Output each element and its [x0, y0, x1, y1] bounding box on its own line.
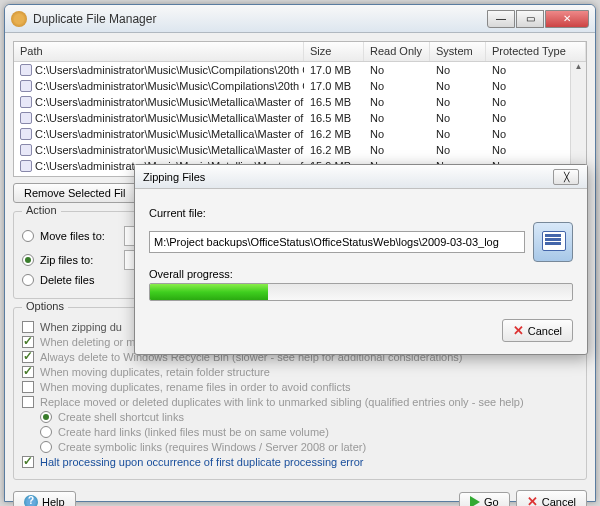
- col-size[interactable]: Size: [304, 42, 364, 61]
- opt-sym-radio[interactable]: [40, 441, 52, 453]
- opt-shell-label: Create shell shortcut links: [58, 411, 184, 423]
- table-row[interactable]: C:\Users\administrator\Music\Music\Compi…: [14, 62, 586, 78]
- cell-path: C:\Users\administrator\Music\Music\Metal…: [35, 128, 304, 140]
- progress-bar: [149, 283, 573, 301]
- opt-hard-label: Create hard links (linked files must be …: [58, 426, 329, 438]
- maximize-button[interactable]: ▭: [516, 10, 544, 28]
- cell-size: 16.5 MB: [304, 111, 364, 125]
- file-icon: [20, 112, 32, 124]
- close-icon: ✕: [513, 323, 524, 338]
- zipping-dialog: Zipping Files ╳ Current file: Overall pr…: [134, 164, 588, 355]
- help-button[interactable]: Help: [13, 491, 76, 507]
- play-icon: [470, 496, 480, 507]
- cancel-label: Cancel: [542, 496, 576, 507]
- table-row[interactable]: C:\Users\administrator\Music\Music\Metal…: [14, 142, 586, 158]
- dialog-cancel-button[interactable]: ✕Cancel: [502, 319, 573, 342]
- opt-recycle-check[interactable]: [22, 351, 34, 363]
- table-row[interactable]: C:\Users\administrator\Music\Music\Metal…: [14, 94, 586, 110]
- dialog-cancel-label: Cancel: [528, 325, 562, 337]
- opt-sym-label: Create symbolic links (requires Windows …: [58, 441, 366, 453]
- cell-readonly: No: [364, 143, 430, 157]
- window-title: Duplicate File Manager: [33, 12, 487, 26]
- cell-path: C:\Users\administrator\Music\Music\Metal…: [35, 96, 304, 108]
- vertical-scrollbar[interactable]: [570, 62, 586, 176]
- zip-document-icon: [533, 222, 573, 262]
- dialog-close-button[interactable]: ╳: [553, 169, 579, 185]
- cell-size: 16.2 MB: [304, 143, 364, 157]
- cell-size: 16.2 MB: [304, 127, 364, 141]
- opt-replace-label: Replace moved or deleted duplicates with…: [40, 396, 524, 408]
- options-title: Options: [22, 300, 68, 312]
- cell-system: No: [430, 95, 486, 109]
- go-label: Go: [484, 496, 499, 507]
- opt-halt-label: Halt processing upon occurrence of first…: [40, 456, 363, 468]
- zip-radio[interactable]: [22, 254, 34, 266]
- cell-readonly: No: [364, 127, 430, 141]
- file-icon: [20, 80, 32, 92]
- cell-system: No: [430, 79, 486, 93]
- file-icon: [20, 128, 32, 140]
- cell-path: C:\Users\administrator\Music\Music\Metal…: [35, 112, 304, 124]
- dialog-title: Zipping Files: [143, 171, 553, 183]
- cell-readonly: No: [364, 111, 430, 125]
- col-path[interactable]: Path: [14, 42, 304, 61]
- cell-path: C:\Users\administrator\Music\Music\Compi…: [35, 80, 304, 92]
- col-protected[interactable]: Protected Type: [486, 42, 586, 61]
- cell-size: 17.0 MB: [304, 79, 364, 93]
- action-title: Action: [22, 204, 61, 216]
- close-icon: ✕: [527, 494, 538, 506]
- opt-shell-radio[interactable]: [40, 411, 52, 423]
- titlebar[interactable]: Duplicate File Manager — ▭ ✕: [5, 5, 595, 33]
- opt-rename-label: When moving duplicates, rename files in …: [40, 381, 351, 393]
- file-table: Path Size Read Only System Protected Typ…: [13, 41, 587, 177]
- window-controls: — ▭ ✕: [487, 10, 589, 28]
- progress-label: Overall progress:: [149, 268, 573, 280]
- close-button[interactable]: ✕: [545, 10, 589, 28]
- table-row[interactable]: C:\Users\administrator\Music\Music\Metal…: [14, 126, 586, 142]
- zip-label: Zip files to:: [40, 254, 118, 266]
- current-file-label: Current file:: [149, 207, 573, 219]
- help-icon: [24, 495, 38, 507]
- app-icon: [11, 11, 27, 27]
- dialog-footer: ✕Cancel: [135, 319, 587, 354]
- cancel-button[interactable]: ✕Cancel: [516, 490, 587, 506]
- cell-readonly: No: [364, 63, 430, 77]
- cell-size: 16.5 MB: [304, 95, 364, 109]
- cell-readonly: No: [364, 95, 430, 109]
- table-body: C:\Users\administrator\Music\Music\Compi…: [14, 62, 586, 176]
- table-row[interactable]: C:\Users\administrator\Music\Music\Metal…: [14, 110, 586, 126]
- cell-readonly: No: [364, 79, 430, 93]
- cell-path: C:\Users\administrator\Music\Music\Compi…: [35, 64, 304, 76]
- move-radio[interactable]: [22, 230, 34, 242]
- current-file-field[interactable]: [149, 231, 525, 253]
- opt-retain-check[interactable]: [22, 366, 34, 378]
- file-icon: [20, 144, 32, 156]
- file-icon: [20, 64, 32, 76]
- col-readonly[interactable]: Read Only: [364, 42, 430, 61]
- file-icon: [20, 96, 32, 108]
- opt-rename-check[interactable]: [22, 381, 34, 393]
- opt-zip-check[interactable]: [22, 321, 34, 333]
- dialog-body: Current file: Overall progress:: [135, 189, 587, 319]
- go-button[interactable]: Go: [459, 492, 510, 507]
- cell-system: No: [430, 127, 486, 141]
- minimize-button[interactable]: —: [487, 10, 515, 28]
- dialog-titlebar[interactable]: Zipping Files ╳: [135, 165, 587, 189]
- remove-selected-button[interactable]: Remove Selected Fil: [13, 183, 137, 203]
- col-system[interactable]: System: [430, 42, 486, 61]
- move-label: Move files to:: [40, 230, 118, 242]
- file-icon: [20, 160, 32, 172]
- table-row[interactable]: C:\Users\administrator\Music\Music\Compi…: [14, 78, 586, 94]
- delete-radio[interactable]: [22, 274, 34, 286]
- progress-fill: [150, 284, 268, 300]
- cell-size: 17.0 MB: [304, 63, 364, 77]
- delete-label: Delete files: [40, 274, 94, 286]
- opt-delparent-check[interactable]: [22, 336, 34, 348]
- opt-halt-check[interactable]: [22, 456, 34, 468]
- table-header: Path Size Read Only System Protected Typ…: [14, 42, 586, 62]
- cell-system: No: [430, 111, 486, 125]
- help-label: Help: [42, 496, 65, 507]
- opt-replace-check[interactable]: [22, 396, 34, 408]
- footer: Help Go ✕Cancel: [13, 490, 587, 506]
- opt-hard-radio[interactable]: [40, 426, 52, 438]
